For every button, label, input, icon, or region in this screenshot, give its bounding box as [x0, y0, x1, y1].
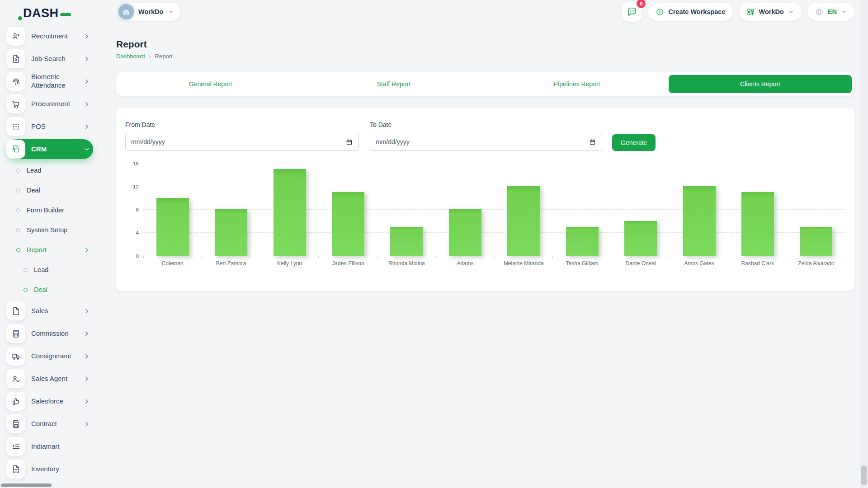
sidebar-item-inventory[interactable]: Inventory [6, 459, 93, 479]
sidebar-item-recruitment[interactable]: Recruitment [6, 26, 93, 46]
from-date-input[interactable] [131, 138, 345, 145]
chevron-right-icon [83, 247, 90, 253]
vertical-scrollbar-thumb[interactable] [861, 465, 867, 485]
x-axis-category-label: Melanie Miranda [495, 260, 553, 267]
bar-zelda-alvarado[interactable] [800, 227, 832, 256]
bullet-icon [16, 228, 20, 232]
to-date-input[interactable] [376, 138, 589, 145]
x-axis-category-label: Dante Oneal [611, 260, 670, 267]
bar-melanie-miranda[interactable] [507, 186, 540, 256]
file-icon [6, 301, 25, 320]
calendar-icon[interactable] [345, 138, 353, 146]
chart-slot: Tasha Gilliam [553, 164, 611, 256]
sidebar-item-job-search[interactable]: Job Search [6, 49, 93, 69]
bar-dante-oneal[interactable] [624, 221, 657, 256]
y-axis-tick-label: 12 [133, 184, 139, 190]
user-plus-icon [6, 27, 25, 46]
bar-kelly-lynn[interactable] [274, 169, 306, 256]
bar-jaden-ellison[interactable] [332, 192, 364, 256]
sidebar-item-label: POS [31, 122, 83, 131]
bar-rhonda-molina[interactable] [390, 227, 423, 256]
sidebar-item-commission[interactable]: Commission [6, 324, 93, 343]
sidebar-subitem-lead[interactable]: Lead [6, 162, 93, 179]
bar-adams[interactable] [449, 209, 481, 256]
sidebar-subitem-deal[interactable]: Deal [6, 281, 93, 298]
chart-slot: Rashad Clark [728, 164, 787, 256]
chevron-right-icon [83, 123, 90, 130]
to-date-label: To Date [370, 121, 602, 128]
sidebar-subitem-label: Deal [27, 187, 93, 194]
breadcrumb: Dashboard › Report [116, 53, 854, 60]
calendar-icon[interactable] [589, 138, 596, 146]
axis-tick [260, 256, 260, 258]
sidebar-item-sales-agent[interactable]: Sales Agent [6, 369, 93, 389]
document-search-icon [6, 49, 25, 68]
axis-tick [435, 256, 436, 258]
chart-slot: Bert Zamora [202, 164, 260, 256]
indent-list-icon [6, 437, 25, 456]
app-logo[interactable]: DASH [6, 0, 93, 26]
sidebar-item-biometric-attendance[interactable]: Biometric Attendance [6, 71, 93, 91]
sidebar-item-contract[interactable]: Contract [6, 414, 93, 434]
breadcrumb-dashboard-link[interactable]: Dashboard [116, 53, 145, 60]
chevron-right-icon [83, 33, 90, 40]
bar-coleman[interactable] [156, 198, 189, 256]
vertical-scrollbar[interactable] [860, 0, 868, 488]
clients-report-panel: From Date To Date Generate 0481216 Colem… [116, 108, 854, 291]
chevron-right-icon [83, 353, 90, 360]
to-date-field[interactable] [370, 133, 602, 151]
sidebar-subitem-system-setup[interactable]: System Setup [6, 221, 93, 239]
bar-amos-gates[interactable] [683, 186, 716, 256]
chevron-right-icon [83, 398, 90, 405]
axis-tick [787, 256, 787, 258]
bullet-icon [24, 268, 28, 272]
sidebar-item-procurement[interactable]: Procurement [6, 94, 93, 114]
bar-bert-zamora[interactable] [215, 209, 247, 256]
chart-slot: Amos Gates [670, 164, 728, 256]
chart-slot: Kelly Lynn [260, 164, 319, 256]
breadcrumb-current: Report [155, 53, 173, 60]
from-date-label: From Date [125, 121, 359, 128]
sidebar-item-label: Contract [31, 420, 83, 428]
horizontal-scrollbar-thumb[interactable] [1, 483, 52, 487]
axis-tick [552, 256, 553, 258]
sidebar-item-consignment[interactable]: Consignment [6, 346, 93, 366]
x-axis-category-label: Rashad Clark [728, 260, 787, 267]
logo-text: DASH [23, 7, 59, 19]
tab-clients-report[interactable]: Clients Report [669, 75, 852, 93]
sidebar-subitem-report[interactable]: Report [6, 241, 93, 258]
fingerprint-icon [6, 72, 25, 91]
axis-tick [201, 256, 202, 258]
truck-icon [6, 347, 25, 366]
sidebar-item-crm[interactable]: CRM [6, 139, 93, 159]
chevron-right-icon [83, 56, 90, 62]
chart-slot: Rhonda Molina [377, 164, 436, 256]
chart-slot: Jaden Ellison [319, 164, 377, 256]
chart-y-axis: 0481216 [125, 164, 143, 256]
sidebar-item-salesforce[interactable]: Salesforce [6, 391, 93, 411]
sidebar-item-indiamart[interactable]: Indiamart [6, 436, 93, 456]
cart-icon [6, 94, 25, 113]
sidebar-subitem-label: Deal [34, 286, 93, 293]
sidebar-subitem-lead[interactable]: Lead [6, 261, 93, 278]
tab-general-report[interactable]: General Report [119, 75, 302, 93]
sidebar-subitem-deal[interactable]: Deal [6, 182, 93, 199]
chevron-down-icon [84, 145, 90, 153]
tab-staff-report[interactable]: Staff Report [302, 75, 485, 93]
from-date-field[interactable] [125, 133, 359, 151]
chart-slot: Dante Oneal [611, 164, 670, 256]
x-axis-category-label: Zelda Alvarado [787, 260, 845, 267]
sidebar-subitem-form-builder[interactable]: Form Builder [6, 202, 93, 219]
bullet-icon [16, 208, 20, 212]
sidebar-item-pos[interactable]: POS [6, 117, 93, 136]
sidebar-subitem-label: Lead [27, 167, 93, 174]
generate-button[interactable]: Generate [612, 134, 656, 151]
chevron-right-icon [83, 308, 90, 314]
sidebar-menu: RecruitmentJob SearchBiometric Attendanc… [6, 26, 93, 479]
axis-tick [494, 256, 495, 258]
sidebar-item-sales[interactable]: Sales [6, 301, 93, 321]
bar-tasha-gilliam[interactable] [566, 227, 599, 256]
chevron-right-icon [83, 421, 90, 427]
tab-pipelines-report[interactable]: Pipelines Report [486, 75, 669, 93]
bar-rashad-clark[interactable] [741, 192, 774, 256]
